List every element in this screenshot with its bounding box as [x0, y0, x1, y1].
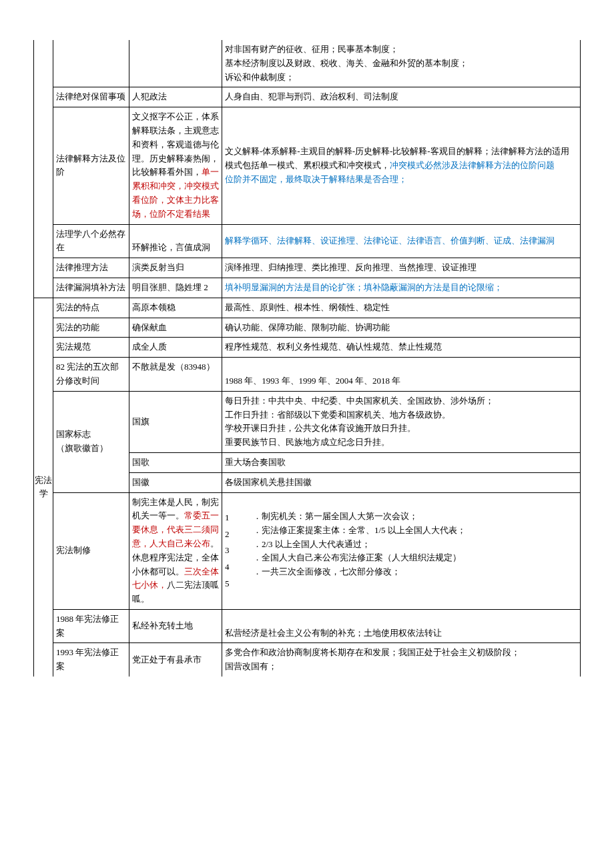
table-row: 82 宪法的五次部分修改时间 不散就是发（83948） 1988 年、1993 …: [34, 358, 581, 392]
cell-mnemonic: 成全人质: [129, 338, 222, 358]
cell-detail: 12345 ．制宪机关：第一届全国人大第一次会议； ．宪法修正案提案主体：全常、…: [222, 492, 581, 609]
cell-mnemonic: [129, 40, 222, 87]
table-row: 宪法学 宪法的特点 高原本领稳 最高性、原则性、根本性、纲领性、稳定性: [34, 298, 581, 318]
part: 解释学循环、法律解释、设证推理、法律论证、法律语言、价值判断、证成、法律漏洞: [225, 236, 555, 246]
cell-detail: 文义解释-体系解释-主观目的解释-历史解释-比较解释-客观目的解释；法律解释方法…: [222, 107, 581, 224]
table-row: 1993 年宪法修正案 党正处于有县承市 多党合作和政治协商制度将长期存在和发展…: [34, 643, 581, 677]
part: 位阶并不固定，最终取决于解释结果是否合理；: [225, 174, 407, 184]
list-item: ．2/3 以上全国人大代表通过；: [253, 538, 577, 552]
cell-topic: 82 宪法的五次部分修改时间: [53, 358, 129, 392]
cell-detail: 人身自由、犯罪与刑罚、政治权利、司法制度: [222, 87, 581, 107]
cell-topic: 国家标志 （旗歌徽首）: [53, 391, 129, 492]
table-row: 对非国有财产的征收、征用；民事基本制度； 基本经济制度以及财政、税收、海关、金融…: [34, 40, 581, 87]
cell-topic: 宪法的功能: [53, 318, 129, 338]
cell-detail: 每日升挂：中共中央、中纪委、中央国家机关、全国政协、涉外场所； 工作日升挂：省部…: [222, 391, 581, 452]
cell-detail: 对非国有财产的征收、征用；民事基本制度； 基本经济制度以及财政、税收、海关、金融…: [222, 40, 581, 87]
cell-detail: 确认功能、保障功能、限制功能、协调功能: [222, 318, 581, 338]
cell-topic: 宪法的特点: [53, 298, 129, 318]
study-table: 对非国有财产的征收、征用；民事基本制度； 基本经济制度以及财政、税收、海关、金融…: [33, 40, 581, 677]
cell-detail: 解释学循环、法律解释、设证推理、法律论证、法律语言、价值判断、证成、法律漏洞: [222, 224, 581, 258]
cell-detail: 多党合作和政治协商制度将长期存在和发展；我国正处于社会主义初级阶段； 国营改国有…: [222, 643, 581, 677]
cell-mnemonic: 人犯政法: [129, 87, 222, 107]
cell-topic: 法律绝对保留事项: [53, 87, 129, 107]
table-row: 法律绝对保留事项 人犯政法 人身自由、犯罪与刑罚、政治权利、司法制度: [34, 87, 581, 107]
cell-mnemonic: 制宪主体是人民，制宪机关一等一。常委五一要休息，代表三二须同意，人大自己来公布。…: [129, 492, 222, 609]
table-row: 法理学八个必然存在 环解推论，言值成洞 解释学循环、法律解释、设证推理、法律论证…: [34, 224, 581, 258]
table-row: 法律解释方法及位阶 文义抠字不公正，体系解释联法条，主观意志和资料，客观道德与伦…: [34, 107, 581, 224]
list-item: ．全国人大自己来公布宪法修正案（人大组织法规定）: [253, 551, 577, 565]
table-row: 法律推理方法 演类反射当归 演绎推理、归纳推理、类比推理、反向推理、当然推理、设…: [34, 258, 581, 278]
cell-topic: 宪法规范: [53, 338, 129, 358]
cell-topic: 法理学八个必然存在: [53, 224, 129, 258]
category-cell-blank: [34, 40, 53, 298]
cell-topic: [53, 40, 129, 87]
cell-mnemonic: 国徽: [129, 472, 222, 492]
cell-mnemonic: 不散就是发（83948）: [129, 358, 222, 392]
cell-detail: 重大场合奏国歌: [222, 452, 581, 472]
cell-detail: 程序性规范、权利义务性规范、确认性规范、禁止性规范: [222, 338, 581, 358]
cell-topic: 法律漏洞填补方法: [53, 278, 129, 298]
cell-detail: 最高性、原则性、根本性、纲领性、稳定性: [222, 298, 581, 318]
cell-mnemonic: 明目张胆、隐姓埋 2: [129, 278, 222, 298]
cell-topic: 法律解释方法及位阶: [53, 107, 129, 224]
table-row: 宪法规范 成全人质 程序性规范、权利义务性规范、确认性规范、禁止性规范: [34, 338, 581, 358]
cell-mnemonic: 高原本领稳: [129, 298, 222, 318]
cell-topic: 宪法制修: [53, 492, 129, 609]
table-row: 宪法的功能 确保献血 确认功能、保障功能、限制功能、协调功能: [34, 318, 581, 338]
cell-topic: 1993 年宪法修正案: [53, 643, 129, 677]
cell-detail: 演绎推理、归纳推理、类比推理、反向推理、当然推理、设证推理: [222, 258, 581, 278]
cell-mnemonic: 党正处于有县承市: [129, 643, 222, 677]
cell-topic: 法律推理方法: [53, 258, 129, 278]
list-item: ．制宪机关：第一届全国人大第一次会议；: [253, 510, 577, 524]
table-row: 宪法制修 制宪主体是人民，制宪机关一等一。常委五一要休息，代表三二须同意，人大自…: [34, 492, 581, 609]
cell-mnemonic: 国旗: [129, 391, 222, 452]
cell-mnemonic: 确保献血: [129, 318, 222, 338]
cell-topic: 1988 年宪法修正案: [53, 609, 129, 643]
part: 填补明显漏洞的方法是目的论扩张；填补隐蔽漏洞的方法是目的论限缩；: [225, 282, 503, 292]
category-cell-constitution: 宪法学: [34, 298, 53, 677]
cell-mnemonic: 文义抠字不公正，体系解释联法条，主观意志和资料，客观道德与伦理。历史解释凑热闹，…: [129, 107, 222, 224]
cell-mnemonic: 国歌: [129, 452, 222, 472]
cell-mnemonic: 私经补充转土地: [129, 609, 222, 643]
cell-detail: 私营经济是社会主义公有制的补充；土地使用权依法转让: [222, 609, 581, 643]
table-row: 法律漏洞填补方法 明目张胆、隐姓埋 2 填补明显漏洞的方法是目的论扩张；填补隐蔽…: [34, 278, 581, 298]
cell-detail: 各级国家机关悬挂国徽: [222, 472, 581, 492]
table-row: 1988 年宪法修正案 私经补充转土地 私营经济是社会主义公有制的补充；土地使用…: [34, 609, 581, 643]
part: 冲突模式必然涉及法律解释方法的位阶问题: [390, 160, 555, 170]
list-item: ．宪法修正案提案主体：全常、1/5 以上全国人大代表；: [253, 524, 577, 538]
table-row: 国家标志 （旗歌徽首） 国旗 每日升挂：中共中央、中纪委、中央国家机关、全国政协…: [34, 391, 581, 452]
cell-detail: 填补明显漏洞的方法是目的论扩张；填补隐蔽漏洞的方法是目的论限缩；: [222, 278, 581, 298]
cell-mnemonic: 环解推论，言值成洞: [129, 224, 222, 258]
cell-mnemonic: 演类反射当归: [129, 258, 222, 278]
list-item: ．一共三次全面修改，七次部分修改；: [253, 565, 577, 579]
cell-detail: 1988 年、1993 年、1999 年、2004 年、2018 年: [222, 358, 581, 392]
